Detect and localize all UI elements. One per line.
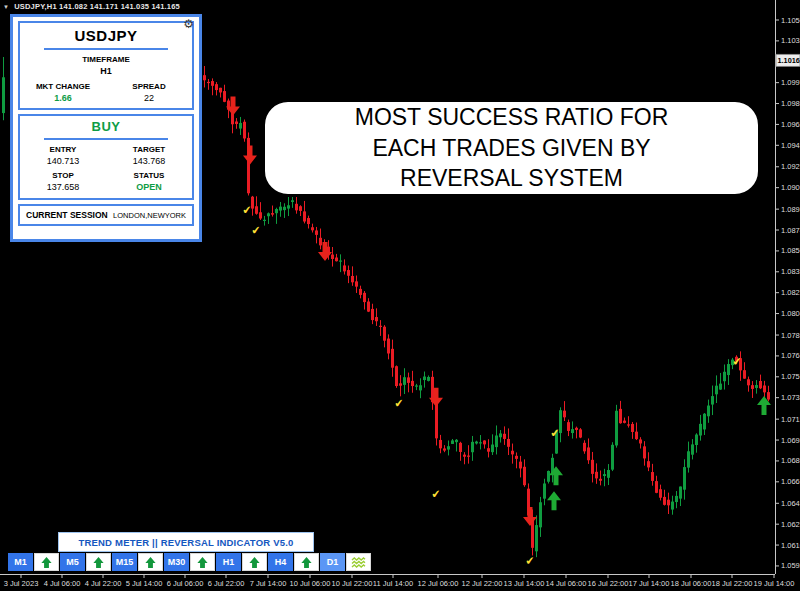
trend-meter-tf-m15[interactable]: M15 [112,553,137,571]
candle-body [475,442,478,444]
time-axis-label: 4 Jul 06:00 [44,579,81,588]
candle-body [271,213,274,215]
trend-meter-row: M1 M5 M15 M30 H1 H4 D1 [8,553,371,571]
mt4-terminal: ✔✔✔✔✔✔✔1.105001.103251.099751.098001.096… [0,0,800,591]
price-axis-label: 1.09270 [781,162,800,171]
candle-body [651,472,654,481]
candle-body [647,461,650,467]
candle-body [235,122,238,124]
candle-body [419,385,422,390]
checkmark-icon: ✔ [394,397,404,410]
candle-body [767,392,770,399]
spread-value: 22 [106,93,192,103]
candle-body [347,270,350,276]
candle-body [251,197,254,209]
candle-body [511,451,514,455]
candle-body [619,409,622,423]
candle-body [343,265,346,271]
candle-body [371,309,374,320]
annotation-callout: MOST SUCCESS RATIO FOR EACH TRADES GIVEN… [262,99,761,197]
candle-body [267,213,270,216]
candle-body [2,77,5,113]
time-axis-label: 6 Jul 06:00 [167,579,204,588]
candle-body [763,385,766,392]
price-axis-label: 1.06980 [781,436,800,445]
candle-body [559,410,562,433]
price-axis-label: 1.07510 [781,372,800,381]
trend-meter-tf-d1[interactable]: D1 [320,553,345,571]
time-axis-label: 5 Jul 14:00 [126,579,163,588]
time-axis-label: 11 Jul 14:00 [373,579,413,588]
trend-meter-tf-m5[interactable]: M5 [60,553,85,571]
dropdown-triangle-icon[interactable]: ▼ [3,4,9,10]
candle-body [259,212,262,218]
price-axis-label: 1.07335 [781,393,800,402]
up-arrow-icon [92,556,105,569]
time-axis-label: 12 Jul 22:00 [462,579,503,588]
price-axis-label: 1.09975 [781,78,800,87]
candle-body [615,411,618,446]
candle-body [643,446,646,458]
price-axis-label: 1.08915 [781,205,800,214]
price-axis-label: 1.07155 [781,415,800,424]
candle-body [415,385,418,386]
candle-body [203,75,206,80]
candle-body [459,443,462,452]
candle-body [411,381,414,386]
candle-body [523,467,526,485]
candle-body [207,82,210,83]
price-axis-label: 1.08390 [781,267,800,276]
candle-body [683,467,686,490]
wave-icon [351,557,366,568]
time-axis-label: 13 Jul 14:00 [504,579,545,588]
target-label: TARGET [106,145,192,154]
candle-body [627,424,630,425]
candle-body [331,255,334,259]
time-axis-label: 6 Jul 22:00 [208,579,245,588]
price-axis-label: 1.09095 [781,183,800,192]
checkmark-icon: ✔ [525,554,535,567]
time-axis-label: 7 Jul 14:00 [250,579,287,588]
candle-body [311,227,314,230]
candle-body [463,455,466,457]
sell-arrow-icon [243,145,257,164]
time-axis-label: 10 Jul 22:00 [332,579,373,588]
candle-body [383,327,386,341]
trend-meter-state-m30 [190,553,215,571]
stop-label: STOP [20,171,106,180]
candle-body [375,317,378,321]
candle-body [723,372,726,381]
candle-body [487,448,490,452]
candle-body [243,122,246,139]
trend-meter-tf-h4[interactable]: H4 [268,553,293,571]
candle-body [223,91,226,102]
trend-meter-tf-m1[interactable]: M1 [8,553,33,571]
candle-body [387,339,390,354]
trend-meter-title: TREND METER || REVERSAL INDICATOR V5.0 [58,532,314,552]
candle-body [743,370,746,378]
time-axis-label: 3 Jul 2023 [4,579,39,588]
trend-meter-title-text: TREND METER || REVERSAL INDICATOR V5.0 [78,537,293,548]
trend-meter-state-d1 [346,553,371,571]
candle-body [479,442,482,443]
chart-title-bar: ▼ USDJPY,H1 141.082 141.171 141.035 141.… [3,2,180,11]
candle-body [379,326,382,327]
mkt-change-value: 1.66 [20,93,106,103]
time-axis-label: 16 Jul 22:00 [588,579,629,588]
candle-body [567,422,570,431]
candle-body [623,421,626,423]
candle-body [755,385,758,388]
price-axis-label: 1.10325 [781,36,800,45]
price-axis-label: 1.06630 [781,477,800,486]
trend-meter-tf-m30[interactable]: M30 [164,553,189,571]
trend-meter-tf-h1[interactable]: H1 [216,553,241,571]
candle-body [571,429,574,433]
symbol-name: USDJPY [20,27,192,44]
candle-body [423,377,426,381]
candle-body [299,206,302,211]
candle-body [219,88,222,93]
candle-body [211,81,214,86]
gear-icon[interactable]: ⚙ [183,18,194,30]
candle-body [351,276,354,282]
checkmark-icon: ✔ [550,426,560,439]
